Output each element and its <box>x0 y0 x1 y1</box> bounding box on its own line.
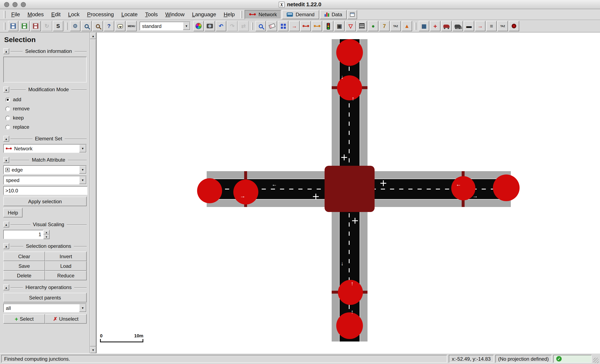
additional-mode-icon[interactable]: ▣ <box>334 21 345 31</box>
load-selection-button[interactable]: Load <box>45 261 87 271</box>
flow-icon[interactable]: → <box>475 21 485 31</box>
color-scheme-icon[interactable] <box>193 21 204 31</box>
spin-down-button[interactable]: ▼ <box>43 235 50 239</box>
wire-mode-icon[interactable]: 7 <box>379 21 390 31</box>
junction-center[interactable] <box>325 166 375 212</box>
modification-replace-radio[interactable]: replace <box>3 122 87 132</box>
toolbar-grip-1[interactable] <box>4 22 5 30</box>
prohibition-mode-icon[interactable]: ▽ <box>346 21 356 31</box>
zoom-icon[interactable] <box>81 21 92 31</box>
decal-mode-icon[interactable]: ▲ <box>402 21 412 31</box>
collapse-modification-mode-button[interactable]: ▲ <box>3 87 9 92</box>
inspect-mode-icon[interactable] <box>255 21 266 31</box>
locate-icon[interactable] <box>93 21 103 31</box>
select-parents-button[interactable]: Select parents <box>3 293 87 302</box>
clear-selection-button[interactable]: Clear <box>3 252 45 261</box>
menu-modes[interactable]: Modes <box>24 10 47 19</box>
element-set-combobox[interactable]: Network ▼ <box>3 144 87 153</box>
save-selection-button[interactable]: Save <box>3 261 45 271</box>
junction-bubble[interactable] <box>493 174 520 201</box>
collapse-element-set-button[interactable]: ▲ <box>3 136 9 142</box>
vehicle-icon[interactable] <box>441 21 452 31</box>
dropdown-arrow-icon[interactable]: ▼ <box>79 176 86 184</box>
vehicles-icon[interactable] <box>452 21 463 31</box>
dropdown-arrow-icon[interactable]: ▼ <box>79 166 86 174</box>
traffic-light-mode-icon[interactable] <box>323 21 333 31</box>
close-button[interactable] <box>4 2 9 7</box>
clean-junctions-icon[interactable]: + <box>430 21 441 31</box>
junction-bubble[interactable] <box>336 39 363 66</box>
zoom-button[interactable] <box>21 2 26 7</box>
radio-icon[interactable] <box>5 97 10 102</box>
save-network-icon[interactable] <box>19 21 29 31</box>
menu-lock[interactable]: Lock <box>64 10 83 19</box>
create-edge-mode-icon[interactable] <box>300 21 311 31</box>
menu-help[interactable]: Help <box>220 10 239 19</box>
help-button[interactable]: Help <box>3 208 22 217</box>
collapse-visual-scaling-button[interactable]: ▲ <box>3 222 9 228</box>
match-attribute-combobox[interactable]: speed ▼ <box>3 176 87 184</box>
delete-selection-button[interactable]: Delete <box>3 271 45 280</box>
junction-bubble[interactable] <box>451 176 475 200</box>
scrollbar-thumb[interactable] <box>90 39 96 346</box>
shape-mode-icon[interactable]: ● <box>368 21 378 31</box>
junction-bubble[interactable] <box>336 312 363 339</box>
menu-window[interactable]: Window <box>161 10 188 19</box>
taz-relation-icon[interactable]: TAZ <box>497 21 508 31</box>
container-icon[interactable]: ▬ <box>464 21 474 31</box>
grid-settings-icon[interactable]: ⚙ <box>70 21 80 31</box>
save-netedit-config-icon[interactable] <box>8 21 18 31</box>
collapse-hierarchy-operations-button[interactable]: ▲ <box>3 284 9 290</box>
connection-mode-icon[interactable] <box>312 21 322 31</box>
save-additionals-icon[interactable] <box>30 21 41 31</box>
compute-junctions-icon[interactable]: ▦ <box>419 21 429 31</box>
toolbar-grip-4[interactable] <box>415 22 416 30</box>
supermode-network-button[interactable]: Network <box>245 10 281 19</box>
modification-add-radio[interactable]: add <box>3 95 87 104</box>
reduce-selection-button[interactable]: Reduce <box>45 271 87 280</box>
screenshot-icon[interactable] <box>205 21 215 31</box>
radio-icon[interactable] <box>5 106 10 111</box>
supermode-demand-button[interactable]: Demand <box>282 10 319 19</box>
open-in-sumo-icon[interactable]: S <box>53 21 63 31</box>
delete-mode-icon[interactable] <box>267 21 277 31</box>
modification-keep-radio[interactable]: keep <box>3 113 87 122</box>
invert-selection-button[interactable]: Invert <box>45 252 87 261</box>
match-value-input[interactable] <box>3 186 87 195</box>
visual-scaling-spinner[interactable]: 1 ▲ ▼ <box>3 230 87 239</box>
minimize-button[interactable] <box>12 2 18 7</box>
collapse-selection-operations-button[interactable]: ▲ <box>3 243 9 249</box>
dropdown-arrow-icon[interactable]: ▼ <box>183 22 190 30</box>
sidebar-scrollbar[interactable]: ▲ ▼ <box>90 33 96 353</box>
junction-bubble[interactable] <box>338 280 363 305</box>
hierarchy-scope-combobox[interactable]: all ▼ <box>3 304 87 312</box>
resize-grip[interactable] <box>593 358 599 363</box>
crossing-mode-icon[interactable] <box>357 21 367 31</box>
supermode-grip[interactable] <box>241 11 242 18</box>
dropdown-arrow-icon[interactable]: ▼ <box>79 145 86 152</box>
unselect-button[interactable]: ✗ Unselect <box>45 314 87 324</box>
scroll-up-button[interactable]: ▲ <box>90 33 96 39</box>
undo-icon[interactable]: ↶ <box>216 21 226 31</box>
move-mode-icon[interactable]: → <box>289 21 300 31</box>
toolbar-grip-2[interactable] <box>66 22 67 30</box>
select-mode-icon[interactable] <box>278 21 288 31</box>
taz-mode-icon[interactable]: TAZ <box>390 21 401 31</box>
scroll-down-button[interactable]: ▼ <box>90 346 96 353</box>
collapse-selection-information-button[interactable]: ▲ <box>3 48 9 54</box>
menu-file[interactable]: File <box>8 10 24 19</box>
select-button[interactable]: + Select <box>3 314 45 324</box>
junction-bubble[interactable] <box>233 180 258 204</box>
supermode-data-button[interactable]: Data <box>320 10 347 19</box>
dropdown-arrow-icon[interactable]: ▼ <box>79 304 86 312</box>
network-canvas[interactable]: 0 10m ↓↑↓↑↑←→←→ <box>97 33 600 353</box>
whats-this-icon[interactable]: ? <box>104 21 114 31</box>
visual-scaling-value[interactable]: 1 <box>3 230 43 239</box>
junction-bubble[interactable] <box>197 178 222 203</box>
stop-icon[interactable] <box>509 21 519 31</box>
menu-toggle-icon[interactable]: MENU <box>126 21 137 31</box>
radio-icon[interactable] <box>5 125 10 129</box>
collapse-match-attribute-button[interactable]: ▲ <box>3 157 9 163</box>
distribution-icon[interactable]: ≡ <box>486 21 497 31</box>
view-scheme-combobox[interactable]: standard ▼ <box>140 22 190 30</box>
